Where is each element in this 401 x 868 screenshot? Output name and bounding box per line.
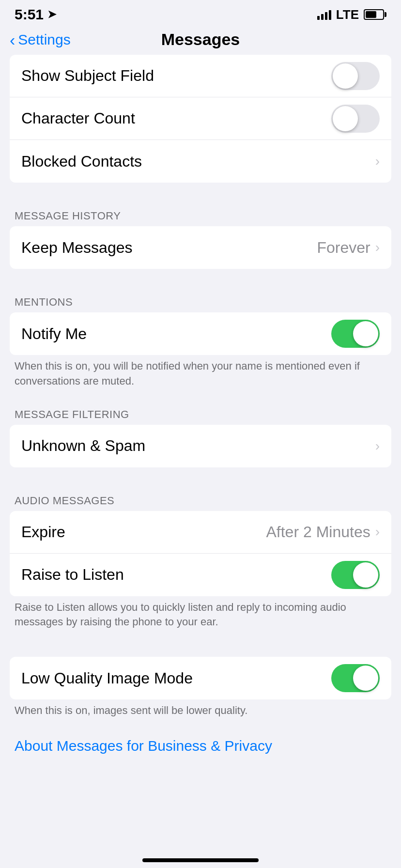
message-history-section: MESSAGE HISTORY Keep Messages Forever ›: [0, 200, 401, 269]
signal-bar-1: [317, 16, 320, 20]
blocked-contacts-right: ›: [375, 154, 380, 169]
expire-value: After 2 Minutes: [266, 523, 370, 541]
toggle-knob: [353, 321, 378, 346]
battery-body: [364, 9, 384, 20]
audio-messages-card: Expire After 2 Minutes › Raise to Listen: [10, 511, 391, 596]
toggle-knob: [353, 562, 378, 588]
toggle-knob: [353, 666, 378, 691]
notify-me-label: Notify Me: [21, 325, 87, 343]
about-link[interactable]: About Messages for Business & Privacy: [15, 738, 272, 754]
message-filtering-header: MESSAGE FILTERING: [0, 399, 401, 425]
nav-bar: ‹ Settings Messages: [0, 26, 401, 55]
battery-icon: [364, 9, 386, 20]
audio-messages-header: AUDIO MESSAGES: [0, 485, 401, 511]
keep-messages-right: Forever ›: [317, 239, 380, 257]
signal-bar-4: [329, 10, 331, 20]
audio-messages-footer: Raise to Listen allows you to quickly li…: [0, 596, 401, 640]
keep-messages-label: Keep Messages: [21, 239, 132, 257]
message-history-card: Keep Messages Forever ›: [10, 226, 391, 269]
toggle-knob: [333, 106, 358, 131]
expire-row[interactable]: Expire After 2 Minutes ›: [10, 511, 391, 554]
status-time: 5:51 ➤: [15, 6, 56, 23]
home-indicator: [142, 858, 259, 862]
signal-bars: [317, 9, 331, 20]
chevron-right-icon: ›: [375, 438, 380, 454]
mentions-card: Notify Me: [10, 312, 391, 355]
message-filtering-card: Unknown & Spam ›: [10, 425, 391, 467]
message-filtering-section: MESSAGE FILTERING Unknown & Spam ›: [0, 399, 401, 467]
spacer-3: [0, 467, 401, 485]
low-quality-toggle[interactable]: [331, 664, 380, 692]
page-title: Messages: [161, 30, 240, 49]
message-history-header: MESSAGE HISTORY: [0, 200, 401, 226]
low-quality-card: Low Quality Image Mode: [10, 657, 391, 699]
back-chevron-icon: ‹: [10, 31, 15, 48]
character-count-row: Character Count: [10, 97, 391, 140]
time-display: 5:51: [15, 6, 44, 23]
location-icon: ➤: [47, 8, 56, 21]
blocked-contacts-label: Blocked Contacts: [21, 153, 142, 170]
unknown-spam-label: Unknown & Spam: [21, 437, 145, 455]
status-bar: 5:51 ➤ LTE: [0, 0, 401, 26]
spacer-1: [0, 183, 401, 200]
raise-to-listen-toggle[interactable]: [331, 561, 380, 589]
chevron-right-icon: ›: [375, 524, 380, 540]
show-subject-field-row: Show Subject Field: [10, 55, 391, 97]
keep-messages-value: Forever: [317, 239, 370, 257]
spacer-4: [0, 639, 401, 657]
battery-fill: [366, 11, 376, 18]
spacer-2: [0, 269, 401, 286]
mentions-footer: When this is on, you will be notified wh…: [0, 355, 401, 399]
blocked-contacts-row[interactable]: Blocked Contacts ›: [10, 140, 391, 183]
expire-label: Expire: [21, 523, 65, 541]
character-count-toggle[interactable]: [331, 105, 380, 133]
raise-to-listen-label: Raise to Listen: [21, 566, 124, 584]
low-quality-row: Low Quality Image Mode: [10, 657, 391, 699]
about-link-row[interactable]: About Messages for Business & Privacy: [0, 728, 401, 764]
notify-me-toggle[interactable]: [331, 320, 380, 348]
mentions-header: MENTIONS: [0, 286, 401, 312]
chevron-right-icon: ›: [375, 154, 380, 169]
keep-messages-row[interactable]: Keep Messages Forever ›: [10, 226, 391, 269]
low-quality-footer: When this is on, images sent will be low…: [0, 699, 401, 728]
unknown-spam-row[interactable]: Unknown & Spam ›: [10, 425, 391, 467]
back-label: Settings: [18, 31, 70, 48]
back-button[interactable]: ‹ Settings: [10, 31, 71, 48]
low-quality-section: Low Quality Image Mode When this is on, …: [0, 657, 401, 728]
character-count-label: Character Count: [21, 109, 135, 127]
signal-bar-2: [321, 14, 324, 20]
status-right: LTE: [317, 7, 386, 22]
audio-messages-section: AUDIO MESSAGES Expire After 2 Minutes › …: [0, 485, 401, 640]
toggle-knob: [333, 63, 358, 89]
expire-right: After 2 Minutes ›: [266, 523, 380, 541]
lte-label: LTE: [336, 7, 359, 22]
notify-me-row: Notify Me: [10, 312, 391, 355]
unknown-spam-right: ›: [375, 438, 380, 454]
top-group-card: Show Subject Field Character Count Block…: [10, 55, 391, 183]
raise-to-listen-row: Raise to Listen: [10, 554, 391, 596]
battery-tip: [385, 12, 386, 17]
signal-bar-3: [325, 12, 327, 20]
show-subject-field-toggle[interactable]: [331, 62, 380, 90]
low-quality-label: Low Quality Image Mode: [21, 669, 193, 687]
mentions-section: MENTIONS Notify Me When this is on, you …: [0, 286, 401, 399]
settings-content: Show Subject Field Character Count Block…: [0, 55, 401, 783]
chevron-right-icon: ›: [375, 240, 380, 255]
show-subject-field-label: Show Subject Field: [21, 67, 154, 85]
